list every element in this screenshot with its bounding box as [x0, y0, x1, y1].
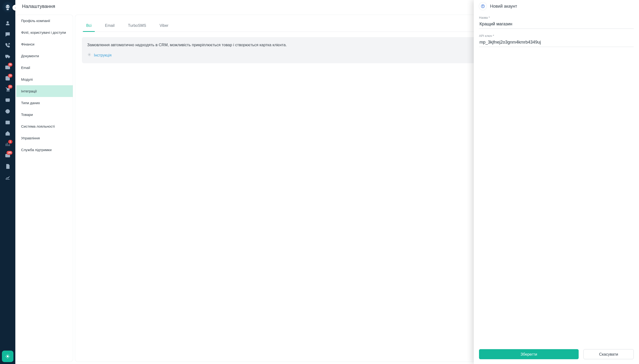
rail-stats-badge: 1 — [8, 140, 12, 144]
rail-pos[interactable] — [0, 95, 15, 106]
field-name: Назва * — [479, 16, 634, 29]
svg-point-11 — [89, 54, 90, 55]
drawer-body: Назва * API ключ * — [474, 12, 639, 345]
rail-cart-badge: 10 — [8, 85, 12, 88]
rail-stats[interactable]: 1 — [0, 139, 15, 150]
rail-edit[interactable]: 19 — [0, 73, 15, 84]
svg-point-0 — [6, 57, 7, 58]
rail-contacts[interactable] — [0, 18, 15, 29]
nav-company-profile[interactable]: Профіль компанії — [16, 15, 73, 26]
nav-branches-users[interactable]: Філії, користувачі і доступи — [16, 26, 73, 38]
api-key-input[interactable] — [479, 39, 634, 47]
nav-finance[interactable]: Фінанси — [16, 38, 73, 50]
rail-shipping[interactable] — [0, 51, 15, 62]
nav-products[interactable]: Товари — [16, 109, 73, 120]
rail-home[interactable] — [0, 128, 15, 139]
app-logo[interactable] — [2, 2, 14, 14]
svg-point-5 — [8, 90, 9, 91]
drawer-footer: Зберегти Скасувати — [474, 345, 639, 364]
nav-support[interactable]: Служба підтримки — [16, 144, 73, 156]
svg-point-10 — [7, 356, 8, 357]
gear-icon — [87, 52, 92, 59]
rail-mail-badge: 39 — [8, 63, 12, 66]
cancel-button[interactable]: Скасувати — [584, 349, 634, 359]
rail-wallet-badge: 185 — [6, 151, 12, 155]
rail-docs[interactable] — [0, 161, 15, 172]
new-account-drawer: Новий акаунт Назва * API ключ * Зберегти… — [474, 0, 639, 364]
nav-loyalty[interactable]: Система лояльності — [16, 120, 73, 132]
nav-documents[interactable]: Документи — [16, 50, 73, 62]
save-button[interactable]: Зберегти — [479, 349, 579, 359]
drawer-title: Новий акаунт — [490, 4, 517, 9]
nav-modules[interactable]: Модулі — [16, 74, 73, 85]
settings-nav: Профіль компанії Філії, користувачі і до… — [16, 15, 73, 362]
name-label: Назва * — [479, 16, 634, 20]
rail-messages[interactable] — [0, 29, 15, 40]
svg-rect-6 — [6, 99, 10, 101]
nav-integrations[interactable]: Інтеграції — [16, 85, 73, 97]
icon-rail: › 39 19 10 — [0, 0, 15, 364]
rail-analytics[interactable] — [0, 172, 15, 183]
settings-title: Налаштування — [22, 4, 55, 9]
integration-logo-icon — [479, 2, 487, 10]
svg-point-1 — [8, 57, 9, 58]
nav-email[interactable]: Email — [16, 62, 73, 74]
rail-settings[interactable] — [2, 350, 14, 362]
rail-calls[interactable] — [0, 40, 15, 51]
field-api-key: API ключ * — [479, 34, 634, 47]
name-input[interactable] — [479, 20, 634, 29]
rail-inbox[interactable] — [0, 117, 15, 128]
tab-email[interactable]: Email — [103, 20, 116, 32]
nav-management[interactable]: Управління — [16, 132, 73, 144]
rail-wallet[interactable]: 185 — [0, 150, 15, 161]
rail-edit-badge: 19 — [8, 74, 12, 78]
tab-all[interactable]: Всі — [84, 20, 94, 32]
tab-turbosms[interactable]: TurboSMS — [126, 20, 148, 32]
drawer-header: Новий акаунт — [474, 0, 639, 12]
rail-history[interactable] — [0, 106, 15, 117]
rail-cart[interactable]: 10 — [0, 84, 15, 95]
tab-viber[interactable]: Viber — [158, 20, 170, 32]
api-key-label: API ключ * — [479, 34, 634, 38]
nav-data-types[interactable]: Типи даних — [16, 97, 73, 109]
svg-point-4 — [7, 90, 8, 91]
instruction-label: Інструкція — [94, 52, 112, 58]
rail-mail[interactable]: 39 — [0, 62, 15, 73]
